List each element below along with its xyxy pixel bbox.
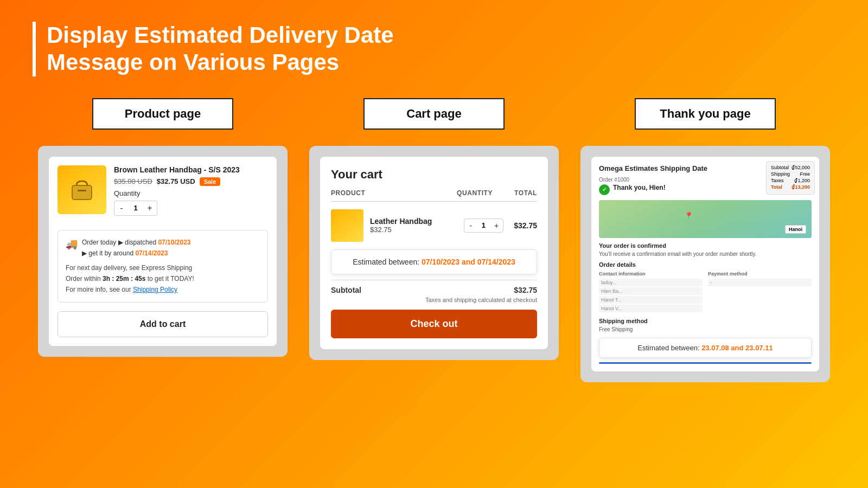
ty-payment-label: Payment method [708,271,812,277]
cart-qty-value: 1 [477,221,490,229]
cart-product-image [331,209,363,242]
ty-sum-shipping: Shipping Free [771,171,810,177]
svg-rect-0 [72,185,92,200]
page-title: Display Estimated Delivery Date Message … [33,22,835,76]
cart-tax-note: Taxes and shipping calculated at checkou… [331,297,537,303]
price-new: $32.75 USD [157,177,195,185]
ty-confirmation-detail: You'll receive a confirmation email with… [599,251,812,257]
ty-check-icon: ✓ [599,184,610,195]
ty-map-label: Hanoi [785,225,806,234]
cart-title: Your cart [331,168,537,182]
thankyou-page-label: Thank you page [635,98,776,130]
product-image-inner [58,165,106,214]
ty-contact-col: Contact information laduy... Hien Ba... … [599,271,703,313]
pages-container: Product page Brown Leather [0,98,868,382]
ty-contact-field1: laduy... [599,279,703,286]
delivery-header: 🚚 Order today ▶ dispatched 07/10/2023 ▶ … [66,237,260,259]
qty-value: 1 [129,204,143,212]
dispatch-date: 07/10/2023 [158,239,190,246]
subtotal-value: $32.75 [514,286,537,294]
shipping-policy-link[interactable]: Shipping Policy [133,286,177,293]
ty-sum-taxes: Taxes ₫1,200 [771,178,810,183]
product-page-label: Product page [92,98,233,130]
product-image [58,165,106,214]
product-page-card: Brown Leather Handbag - S/S 2023 $35.00 … [38,146,288,357]
ty-order-details-label: Order details [599,261,812,268]
ty-contact-field3: Hanoi T... [599,296,703,304]
col-quantity: QUANTITY [457,189,493,197]
subtotal-label: Subtotal [331,286,361,294]
product-info: Brown Leather Handbag - S/S 2023 $35.00 … [114,165,268,216]
cart-estimated-dates: 07/10/2023 and 07/14/2023 [422,258,515,266]
cart-page-card: Your cart PRODUCT QUANTITY TOTAL Leather… [309,146,559,360]
ty-shipping-label: Shipping method [599,318,812,324]
delivery-detail: For next day delivery, see Express Shipp… [66,262,260,296]
product-price-row: $35.00 USD $32.75 USD Sale [114,177,268,186]
sale-badge: Sale [200,177,221,186]
qty-minus-button[interactable]: - [114,201,129,215]
cart-product-info: Leather Handbag $32.75 [370,217,457,234]
cart-product-row: Leather Handbag $32.75 - 1 + $32.75 [331,209,537,242]
header: Display Estimated Delivery Date Message … [0,0,868,87]
ty-map: 📍 Hanoi [599,200,812,238]
cart-card: Your cart PRODUCT QUANTITY TOTAL Leather… [320,157,548,349]
ty-progress-bar [599,362,812,364]
thankyou-card: Subtotal ₫52,000 Shipping Free Taxes ₫1,… [591,157,819,371]
cart-item-total: $32.75 [510,221,537,230]
cart-qty-plus[interactable]: + [490,219,503,232]
thankyou-page-card: Subtotal ₫52,000 Shipping Free Taxes ₫1,… [580,146,830,382]
cart-product-name: Leather Handbag [370,217,457,226]
ty-map-overlay [599,200,812,238]
cart-header-row: PRODUCT QUANTITY TOTAL [331,189,537,202]
countdown-timer: 3h : 25m : 45s [103,275,148,282]
product-card: Brown Leather Handbag - S/S 2023 $35.00 … [49,157,277,346]
delivery-dates: Order today ▶ dispatched 07/10/2023 ▶ ge… [82,237,190,259]
ty-confirmed: Your order is confirmed [599,242,812,249]
svg-rect-1 [78,190,86,191]
col-total: TOTAL [514,189,537,197]
price-old: $35.00 USD [114,177,152,185]
truck-icon: 🚚 [66,238,78,250]
product-top: Brown Leather Handbag - S/S 2023 $35.00 … [49,157,277,224]
ty-estimated-dates: 23.07.08 and 23.07.11 [701,344,773,352]
delivery-box: 🚚 Order today ▶ dispatched 07/10/2023 ▶ … [58,230,268,303]
product-name: Brown Leather Handbag - S/S 2023 [114,165,268,174]
cart-subtotal-row: Subtotal $32.75 [331,280,537,294]
ty-estimated-banner: Estimated between: 23.07.08 and 23.07.11 [599,338,812,358]
ty-estimated-wrapper: Estimated between: 23.07.08 and 23.07.11 [599,338,812,358]
ty-sum-subtotal: Subtotal ₫52,000 [771,165,810,170]
ty-sum-total: Total ₫13,200 [771,184,810,190]
quantity-control: - 1 + [114,201,157,216]
cart-estimated-banner: Estimated between: 07/10/2023 and 07/14/… [331,249,537,274]
ty-payment-field1: - [708,279,812,286]
add-to-cart-button[interactable]: Add to cart [58,311,268,337]
ty-order-summary: Subtotal ₫52,000 Shipping Free Taxes ₫1,… [766,161,815,195]
ty-contact-field4: Hanoi V... [599,305,703,312]
ty-free-shipping: Free Shipping [599,326,812,332]
product-page-column: Product page Brown Leather [38,98,288,382]
handbag-icon [66,174,98,206]
ty-payment-col: Payment method - [708,271,812,313]
ty-contact-label: Contact information [599,271,703,277]
checkout-button[interactable]: Check out [331,310,537,338]
cart-page-column: Cart page Your cart PRODUCT QUANTITY TOT… [309,98,559,382]
thankyou-page-column: Thank you page Subtotal ₫52,000 Shipping… [580,98,830,382]
ty-map-pin: 📍 [684,211,693,220]
cart-qty-minus[interactable]: - [464,219,477,232]
get-date: 07/14/2023 [135,249,168,257]
cart-qty-control: - 1 + [464,219,503,233]
cart-page-label: Cart page [363,98,505,130]
quantity-label: Quantity [114,189,268,197]
col-product: PRODUCT [331,189,366,197]
ty-contact-field2: Hien Ba... [599,287,703,295]
ty-details-cols: Contact information laduy... Hien Ba... … [599,271,812,313]
qty-plus-button[interactable]: + [143,201,157,215]
cart-product-price: $32.75 [370,226,457,234]
ty-thank: Thank you, Hien! [613,184,666,191]
